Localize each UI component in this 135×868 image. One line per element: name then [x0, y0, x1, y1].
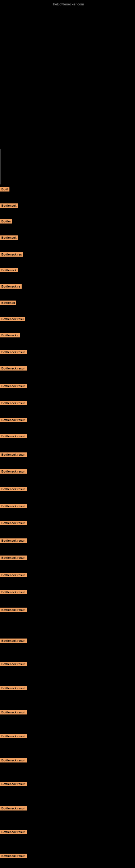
item-row-30[interactable]: Bottleneck result — [0, 710, 27, 716]
bottleneck-badge[interactable]: Bottleneck res — [0, 252, 23, 257]
item-row-19[interactable]: Bottleneck result — [0, 487, 27, 492]
bottleneck-badge[interactable]: Bottleneck result — [0, 401, 27, 405]
bottleneck-badge[interactable]: Bottleneck result — [0, 854, 27, 858]
bottleneck-badge[interactable]: Bottleneck result — [0, 734, 27, 738]
item-row-34[interactable]: Bottleneck result — [0, 806, 27, 812]
item-row-16[interactable]: Bottleneck result — [0, 434, 27, 439]
bottleneck-badge[interactable]: Bottleneck result — [0, 366, 27, 371]
item-row-20[interactable]: Bottleneck result — [0, 504, 27, 509]
item-row-8[interactable]: Bottlenec — [0, 301, 16, 306]
item-row-10[interactable]: Bottleneck r — [0, 333, 20, 339]
bottleneck-badge[interactable]: Bottleneck result — [0, 710, 27, 714]
item-row-2[interactable]: Bottleneck — [0, 204, 18, 209]
bottleneck-badge[interactable]: Bottleneck result — [0, 758, 27, 763]
bottleneck-badge[interactable]: Bottleneck result — [0, 556, 27, 560]
item-row-6[interactable]: Bottleneck — [0, 268, 18, 273]
page-container: TheBottlenecker.com BottlBottleneckBottl… — [0, 0, 135, 868]
bottleneck-badge[interactable]: Bottleneck result — [0, 782, 27, 786]
item-row-7[interactable]: Bottleneck re — [0, 284, 21, 290]
item-row-33[interactable]: Bottleneck result — [0, 782, 27, 787]
item-row-9[interactable]: Bottleneck resu — [0, 317, 25, 322]
item-row-35[interactable]: Bottleneck result — [0, 830, 27, 835]
item-row-18[interactable]: Bottleneck result — [0, 469, 27, 475]
bottleneck-badge[interactable]: Bottleneck result — [0, 350, 27, 354]
bottleneck-badge[interactable]: Bottleneck — [0, 236, 18, 240]
bottleneck-badge[interactable]: Bottleneck result — [0, 504, 27, 508]
item-row-27[interactable]: Bottleneck result — [0, 639, 27, 644]
bottleneck-badge[interactable]: Bottleneck result — [0, 806, 27, 810]
bottleneck-badge[interactable]: Bottleneck result — [0, 639, 27, 643]
item-row-1[interactable]: Bottl — [0, 187, 9, 193]
item-row-11[interactable]: Bottleneck result — [0, 350, 27, 355]
item-row-29[interactable]: Bottleneck result — [0, 686, 27, 691]
bottleneck-badge[interactable]: Bottlenec — [0, 301, 16, 305]
item-row-4[interactable]: Bottleneck — [0, 236, 18, 241]
item-row-32[interactable]: Bottleneck result — [0, 758, 27, 764]
item-row-28[interactable]: Bottleneck result — [0, 662, 27, 667]
item-row-15[interactable]: Bottleneck result — [0, 418, 27, 423]
items-layer: BottlBottleneckBottlerBottleneckBottlene… — [0, 0, 135, 868]
bottleneck-badge[interactable]: Bottleneck result — [0, 608, 27, 612]
bottleneck-badge[interactable]: Bottleneck result — [0, 418, 27, 422]
item-row-13[interactable]: Bottleneck result — [0, 384, 27, 389]
item-row-36[interactable]: Bottleneck result — [0, 854, 27, 859]
bottleneck-badge[interactable]: Bottleneck result — [0, 830, 27, 834]
bottleneck-badge[interactable]: Bottleneck — [0, 204, 18, 208]
bottleneck-badge[interactable]: Bottleneck result — [0, 686, 27, 690]
item-row-17[interactable]: Bottleneck result — [0, 453, 27, 458]
bottleneck-badge[interactable]: Bottleneck result — [0, 384, 27, 388]
item-row-23[interactable]: Bottleneck result — [0, 556, 27, 561]
bottleneck-badge[interactable]: Bottleneck resu — [0, 317, 25, 321]
item-row-5[interactable]: Bottleneck res — [0, 252, 23, 258]
bottleneck-badge[interactable]: Bottler — [0, 219, 12, 223]
bottleneck-badge[interactable]: Bottleneck result — [0, 590, 27, 594]
bottleneck-badge[interactable]: Bottl — [0, 187, 9, 191]
item-row-31[interactable]: Bottleneck result — [0, 734, 27, 739]
item-row-21[interactable]: Bottleneck result — [0, 521, 27, 526]
item-row-25[interactable]: Bottleneck result — [0, 590, 27, 595]
bottleneck-badge[interactable]: Bottleneck result — [0, 573, 27, 577]
bottleneck-badge[interactable]: Bottleneck r — [0, 333, 20, 337]
bottleneck-badge[interactable]: Bottleneck result — [0, 538, 27, 543]
bottleneck-badge[interactable]: Bottleneck result — [0, 662, 27, 666]
bottleneck-badge[interactable]: Bottleneck result — [0, 487, 27, 491]
item-row-3[interactable]: Bottler — [0, 219, 12, 225]
item-row-24[interactable]: Bottleneck result — [0, 573, 27, 578]
bottleneck-badge[interactable]: Bottleneck result — [0, 469, 27, 474]
bottleneck-badge[interactable]: Bottleneck result — [0, 434, 27, 438]
item-row-26[interactable]: Bottleneck result — [0, 608, 27, 613]
bottleneck-badge[interactable]: Bottleneck re — [0, 284, 21, 289]
bottleneck-badge[interactable]: Bottleneck — [0, 268, 18, 272]
bottleneck-badge[interactable]: Bottleneck result — [0, 521, 27, 525]
bottleneck-badge[interactable]: Bottleneck result — [0, 453, 27, 457]
item-row-14[interactable]: Bottleneck result — [0, 401, 27, 406]
item-row-12[interactable]: Bottleneck result — [0, 366, 27, 372]
item-row-22[interactable]: Bottleneck result — [0, 538, 27, 544]
